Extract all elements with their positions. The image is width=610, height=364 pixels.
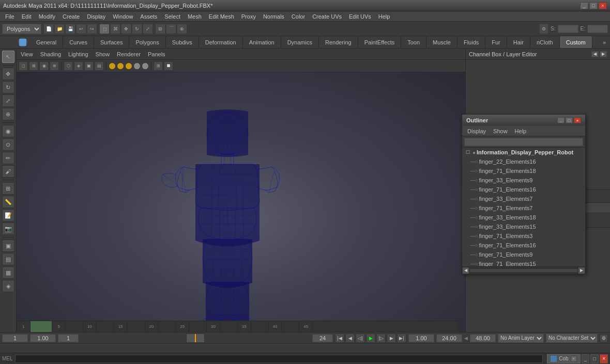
vp-icon-light5[interactable] (142, 62, 149, 70)
outliner-scroll-right[interactable]: ▶ (578, 267, 585, 274)
vp-icon-grid[interactable]: ⊞ (154, 61, 163, 71)
toolbar-icon-new[interactable]: 📄 (43, 24, 54, 34)
taskbar-minimize-btn[interactable]: _ (582, 354, 590, 363)
tool-soft-mod[interactable]: ◉ (2, 125, 14, 137)
toolbar-icon-rotate[interactable]: ↻ (132, 24, 142, 34)
outliner-item-11[interactable]: —○ finger_71_Elements9 (462, 250, 585, 259)
outliner-close[interactable]: × (574, 117, 581, 123)
outliner-item-5[interactable]: —○ finger_33_Elements7 (462, 194, 585, 203)
outliner-item-10[interactable]: —○ finger_71_Elements16 (462, 241, 585, 250)
mode-select[interactable]: Polygons (2, 24, 41, 34)
start-frame-input[interactable] (558, 25, 578, 33)
tab-animation[interactable]: Animation (243, 36, 281, 48)
end-frame-input[interactable] (587, 25, 608, 33)
vp-icon-wireframe[interactable]: ⬡ (64, 61, 73, 71)
tab-deformation[interactable]: Deformation (199, 36, 243, 48)
vp-menu-view[interactable]: View (19, 51, 35, 57)
minimize-button[interactable]: _ (580, 2, 588, 9)
menu-mesh[interactable]: Mesh (185, 12, 205, 21)
tool-select[interactable]: ↖ (2, 51, 14, 63)
toolbar-icon-lasso[interactable]: ⌘ (110, 24, 120, 34)
play-back-btn[interactable]: ◁| (356, 334, 365, 343)
character-select[interactable]: No Character Set (546, 334, 598, 343)
toolbar-icon-undo[interactable]: ↩ (76, 24, 86, 34)
range-end-input[interactable] (470, 334, 496, 342)
vp-icon-select-object[interactable]: ◉ (39, 61, 49, 71)
tool-xray[interactable]: ◈ (2, 280, 14, 292)
menu-normals[interactable]: Normals (260, 12, 287, 21)
vp-menu-shading[interactable]: Shading (38, 51, 63, 57)
tab-painteffects[interactable]: PaintEffects (358, 36, 402, 48)
menu-assets[interactable]: Assets (137, 12, 160, 21)
tool-annotation[interactable]: 📝 (2, 209, 14, 221)
toolbar-icon-scale[interactable]: ⤢ (143, 24, 153, 34)
outliner-maximize[interactable]: □ (566, 117, 573, 123)
menu-select[interactable]: Select (161, 12, 184, 21)
tab-fluids[interactable]: Fluids (457, 36, 485, 48)
menu-edit-uvs[interactable]: Edit UVs (346, 12, 374, 21)
menu-proxy[interactable]: Proxy (238, 12, 259, 21)
current-frame-input[interactable] (2, 334, 28, 342)
tool-rotate[interactable]: ↻ (2, 81, 14, 93)
outliner-item-root[interactable]: ☐ ● Information_Display_Pepper_Robot (462, 148, 585, 157)
tool-scale[interactable]: ⤢ (2, 94, 14, 107)
tab-surfaces[interactable]: Surfaces (94, 36, 129, 48)
goto-end-btn[interactable]: ▶| (397, 334, 406, 343)
menu-create-uvs[interactable]: Create UVs (309, 12, 345, 21)
toolbar-icon-render-settings[interactable]: ⚙ (539, 24, 548, 34)
toolbar-icon-snap-point[interactable]: ⊕ (177, 24, 187, 34)
play-fwd-btn[interactable]: |▷ (376, 334, 386, 343)
outliner-item-8[interactable]: —○ finger_33_Elements15 (462, 222, 585, 231)
toolbar-icon-snap-curve[interactable]: ⌒ (166, 24, 176, 34)
timeline-slider[interactable] (186, 334, 205, 343)
out-menu-display[interactable]: Display (464, 128, 489, 134)
maya-icon[interactable] (17, 37, 28, 48)
tab-custom[interactable]: Custom (560, 36, 592, 48)
vp-icon-light1[interactable] (109, 62, 116, 70)
toolbar-icon-snap-grid[interactable]: ⊞ (155, 24, 165, 34)
vp-icon-light4[interactable] (133, 62, 141, 70)
mel-input[interactable] (15, 355, 543, 363)
tool-paint[interactable]: ✏ (2, 152, 14, 164)
outliner-item-9[interactable]: —○ finger_71_Elements3 (462, 231, 585, 241)
step-back-btn[interactable]: ◀ (345, 334, 355, 343)
close-button[interactable]: × (599, 2, 607, 9)
menu-edit-mesh[interactable]: Edit Mesh (206, 12, 237, 21)
tab-hair[interactable]: Hair (507, 36, 530, 48)
taskbar-item-cob[interactable]: Cob × (547, 354, 580, 363)
play-forward-btn[interactable]: ▶ (366, 334, 375, 343)
range-start-input[interactable] (408, 334, 434, 342)
frame-start-input[interactable] (58, 334, 79, 342)
tab-extra-button[interactable]: » (599, 36, 610, 48)
goto-start-btn[interactable]: |◀ (335, 334, 344, 343)
out-menu-show[interactable]: Show (490, 128, 511, 134)
outliner-item-2[interactable]: —○ finger_71_Elements18 (462, 166, 585, 176)
tab-toon[interactable]: Toon (401, 36, 426, 48)
anim-prefs-btn[interactable]: ⚙ (600, 334, 608, 342)
outliner-scroll-left[interactable]: ◀ (463, 267, 469, 274)
outliner-item-1[interactable]: —○ finger_22_Elements16 (462, 157, 585, 166)
tab-muscle[interactable]: Muscle (426, 36, 457, 48)
tab-ncloth[interactable]: nCloth (530, 36, 560, 48)
taskbar-restore-btn[interactable]: □ (590, 354, 599, 363)
toolbar-icon-save[interactable]: 💾 (65, 24, 75, 34)
outliner-item-3[interactable]: —○ finger_33_Elements9 (462, 176, 585, 185)
vp-menu-lighting[interactable]: Lighting (66, 51, 90, 57)
outliner-item-4[interactable]: —○ finger_71_Elements16 (462, 185, 585, 194)
vp-icon-select-all[interactable]: ◻ (19, 61, 28, 71)
tool-show-manip[interactable]: ⊕ (2, 108, 14, 120)
tool-grid-display[interactable]: ▦ (2, 266, 14, 279)
tab-polygons[interactable]: Polygons (129, 36, 165, 48)
tool-camera[interactable]: 📷 (2, 223, 14, 235)
vp-icon-light2[interactable] (117, 62, 124, 70)
channel-box-expand-left[interactable]: ◀ (591, 51, 599, 57)
range-start-2-input[interactable] (436, 334, 462, 342)
toolbar-icon-redo[interactable]: ↪ (87, 24, 97, 34)
menu-window[interactable]: Window (110, 12, 136, 21)
outliner-item-6[interactable]: —○ finger_71_Elements7 (462, 203, 585, 213)
tab-general[interactable]: General (30, 36, 63, 48)
tab-curves[interactable]: Curves (63, 36, 94, 48)
menu-create[interactable]: Create (59, 12, 83, 21)
outliner-search-input[interactable] (464, 138, 583, 146)
vp-menu-show[interactable]: Show (94, 51, 112, 57)
